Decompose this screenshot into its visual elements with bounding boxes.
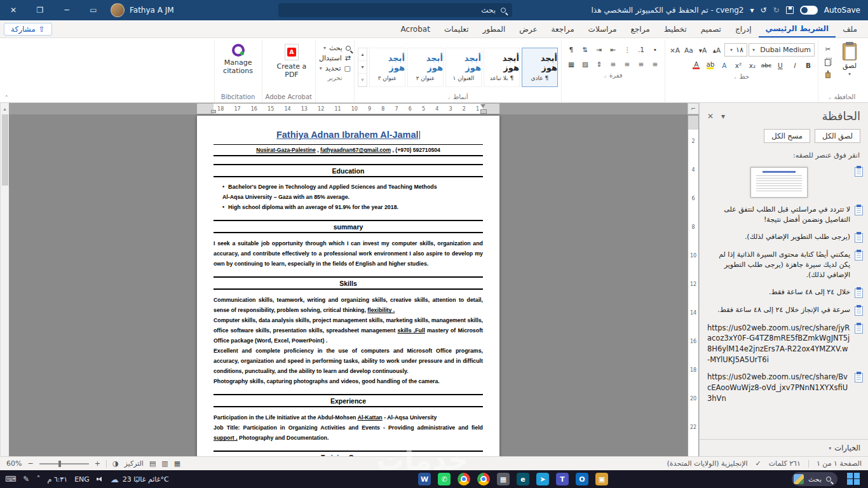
strikethrough-button[interactable]: abc bbox=[760, 59, 773, 71]
pen-icon[interactable]: ✎ bbox=[23, 475, 29, 484]
style-heading-2[interactable]: أبجد هوز عنوان ٢ bbox=[407, 48, 444, 87]
zoom-in-button[interactable]: + bbox=[95, 459, 100, 468]
clear-formatting-button[interactable]: A× bbox=[668, 44, 681, 56]
autosave-toggle[interactable] bbox=[800, 6, 818, 15]
dialog-launcher-icon[interactable]: ⌟ bbox=[604, 72, 606, 78]
style-normal[interactable]: أبجد هوز ¶ عادي bbox=[522, 48, 558, 87]
sort-button[interactable]: ⇅ bbox=[579, 43, 592, 55]
find-button[interactable]: بحث ▾ bbox=[319, 44, 351, 52]
underline-button[interactable]: U bbox=[774, 59, 787, 71]
dialog-launcher-icon[interactable]: ⌟ bbox=[734, 74, 736, 79]
bold-button[interactable]: B bbox=[802, 59, 815, 71]
highlight-button[interactable]: ab bbox=[704, 59, 717, 71]
touch-keyboard-icon[interactable]: ⌨ bbox=[5, 475, 16, 484]
styles-scroll-up-button[interactable]: ▴ bbox=[358, 48, 367, 61]
shrink-font-button[interactable]: A▾ bbox=[696, 44, 709, 56]
taskbar-app-chrome-2[interactable] bbox=[477, 473, 490, 485]
chevron-down-icon[interactable]: ▾ bbox=[750, 6, 754, 15]
paste-button[interactable]: لصق ▾ bbox=[837, 40, 862, 77]
tab-acrobat[interactable]: Acrobat bbox=[394, 20, 437, 37]
pane-close-icon[interactable]: ✕ bbox=[707, 112, 714, 121]
indent-marker[interactable] bbox=[480, 104, 485, 108]
paste-all-button[interactable]: لصق الكل bbox=[815, 129, 860, 143]
clock[interactable]: ٦:٣١ م bbox=[47, 475, 67, 484]
style-heading-1[interactable]: أبجد هوز العنوان ١ bbox=[445, 48, 482, 87]
collapse-ribbon-button[interactable]: ˄ bbox=[5, 95, 8, 101]
clipboard-item[interactable]: لا تتردد في مراسلتي قبل الطلب لنتفق على … bbox=[707, 205, 863, 225]
bullets-button[interactable]: • bbox=[649, 43, 661, 55]
tab-mailings[interactable]: مراسلات bbox=[581, 20, 624, 37]
save-icon[interactable] bbox=[786, 6, 794, 14]
copy-button[interactable] bbox=[822, 56, 834, 68]
show-marks-button[interactable]: ¶ bbox=[565, 43, 578, 55]
start-button[interactable] bbox=[847, 473, 860, 486]
align-left-button[interactable]: ≡ bbox=[621, 58, 634, 70]
document-page[interactable]: Fathiya Adnan Ibrahem Al-Jamal Nusirat-G… bbox=[197, 116, 499, 456]
style-no-spacing[interactable]: أبجد هوز ¶ بلا تباعد bbox=[484, 48, 520, 87]
tab-insert[interactable]: إدراج bbox=[728, 20, 759, 37]
redo-button[interactable]: ↻ bbox=[773, 6, 780, 15]
document-save-status[interactable]: cveng2 - تم الحفظ في الكمبيوتر الشخصي هذ… bbox=[592, 6, 744, 15]
style-heading-3[interactable]: أبجد هوز عنوان ٣ bbox=[369, 48, 405, 87]
zoom-slider-thumb[interactable] bbox=[58, 461, 61, 467]
ribbon-display-options-button[interactable]: ▭ bbox=[80, 0, 107, 20]
font-name-select[interactable]: Dubai Medium ▾ bbox=[749, 43, 815, 57]
tab-help[interactable]: تعليمات bbox=[437, 20, 476, 37]
manage-citations-button[interactable]: Manage citations bbox=[218, 40, 259, 75]
tab-developer[interactable]: المطور bbox=[476, 20, 513, 37]
clipboard-item[interactable]: (يرجى طلب التطوير الإضافي لذلك). bbox=[707, 232, 863, 243]
minimize-button[interactable]: ─ bbox=[53, 0, 80, 20]
shading-button[interactable]: ▨ bbox=[579, 58, 592, 70]
word-count[interactable]: ٢٦١ كلمات bbox=[769, 459, 801, 468]
titlebar-search[interactable]: بحث bbox=[278, 3, 512, 17]
increase-indent-button[interactable]: ⇥ bbox=[593, 43, 606, 55]
scroll-up-icon[interactable]: ▴ bbox=[1, 103, 9, 114]
taskbar-app-outlook[interactable]: O bbox=[576, 473, 588, 485]
avatar[interactable] bbox=[111, 3, 125, 17]
zoom-slider[interactable] bbox=[39, 463, 89, 464]
spellcheck-icon[interactable]: ✓ bbox=[755, 459, 761, 468]
view-web-button[interactable]: ▦ bbox=[174, 459, 180, 468]
taskbar-app-telegram[interactable]: ➤ bbox=[536, 473, 549, 485]
tab-review[interactable]: مراجعة bbox=[545, 20, 581, 37]
replace-button[interactable]: ⇄ استبدال bbox=[319, 54, 351, 62]
tab-layout[interactable]: تخطيط bbox=[657, 20, 694, 37]
tab-view[interactable]: عرض bbox=[512, 20, 544, 37]
taskbar-app-photos-folder[interactable]: ▣ bbox=[595, 473, 608, 485]
speaker-icon[interactable] bbox=[97, 476, 104, 482]
language-indicator[interactable]: ENG bbox=[74, 475, 90, 484]
margin-marker[interactable] bbox=[211, 110, 216, 113]
clipboard-item[interactable] bbox=[707, 166, 863, 198]
tab-home[interactable]: الشريط الرئيسي bbox=[759, 20, 836, 37]
line-spacing-button[interactable]: ⇕ bbox=[593, 58, 606, 70]
vertical-scrollbar[interactable]: ▴ bbox=[0, 103, 9, 456]
font-size-select[interactable]: ١٨ ▾ bbox=[724, 43, 747, 57]
taskbar-app-teams[interactable]: T bbox=[556, 473, 569, 485]
change-case-button[interactable]: Aa bbox=[682, 44, 695, 56]
clipboard-item[interactable]: https://us02web.zoom.us/rec/share/jyRaco… bbox=[707, 323, 863, 365]
clipboard-item[interactable]: سرعة في الإنجاز خلال ٢٤ إلى ٤٨ ساعة فقط. bbox=[707, 305, 863, 316]
tab-file[interactable]: ملف bbox=[836, 20, 864, 37]
view-print-button[interactable]: ▥ bbox=[161, 459, 168, 468]
cut-button[interactable]: ✂ bbox=[822, 43, 834, 55]
taskbar-app-word[interactable]: W bbox=[418, 473, 431, 485]
share-button[interactable]: ⇧ مشاركة bbox=[4, 23, 52, 36]
italic-button[interactable]: I bbox=[788, 59, 801, 71]
weather-widget[interactable]: ☁ غائم غالبًا 23°C bbox=[111, 475, 169, 484]
taskbar-search[interactable]: بحث bbox=[792, 472, 837, 486]
page-indicator[interactable]: الصفحة ١ من ١ bbox=[817, 459, 862, 468]
subscript-button[interactable]: x₂ bbox=[746, 59, 759, 71]
zoom-level[interactable]: 60% bbox=[6, 459, 22, 468]
focus-button[interactable]: التركيز bbox=[125, 459, 144, 468]
clear-all-button[interactable]: مسح الكل bbox=[764, 129, 810, 143]
tab-references[interactable]: مراجع bbox=[624, 20, 657, 37]
borders-button[interactable]: ▦ bbox=[565, 58, 578, 70]
view-read-button[interactable]: ▤ bbox=[149, 459, 156, 468]
tab-design[interactable]: تصميم bbox=[694, 20, 728, 37]
superscript-button[interactable]: x² bbox=[732, 59, 745, 71]
taskbar-app-remote-desktop[interactable]: ▦ bbox=[497, 473, 510, 485]
options-button[interactable]: الخيارات bbox=[834, 444, 860, 452]
tab-selector[interactable]: ⌐ bbox=[688, 103, 699, 114]
grow-font-button[interactable]: A▴ bbox=[710, 44, 723, 56]
scrollbar-thumb[interactable] bbox=[2, 114, 8, 186]
